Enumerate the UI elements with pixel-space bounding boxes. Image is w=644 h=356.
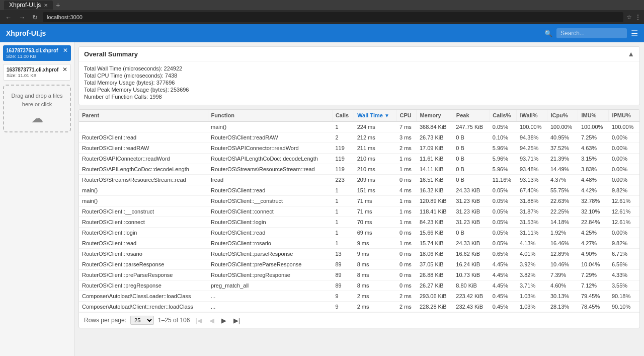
table-row: RouterOS\APILengthCoDoc::decodeLengthRou… (79, 164, 639, 175)
back-button[interactable]: ← (3, 13, 14, 22)
next-page-button[interactable]: ▶ (220, 316, 228, 325)
cell-12-2: 13 (332, 249, 354, 259)
cell-14-5: 26.88 KiB (417, 270, 453, 280)
file-item-active[interactable]: 1637873763.cli.xhprof Size: 11.00 KB ✕ (3, 45, 71, 61)
cell-17-5: 228.28 KiB (417, 302, 453, 312)
col-peak[interactable]: Peak (453, 110, 489, 121)
cell-4-0: RouterOS\APILengthCoDoc::decodeLength (79, 164, 208, 175)
prev-page-button[interactable]: ◀ (208, 316, 216, 325)
cell-9-2: 1 (332, 217, 354, 228)
data-table: Parent Function Calls Wall Time ▼ CPU Me… (79, 110, 639, 312)
cell-12-3: 9 ms (354, 249, 396, 259)
cell-6-6: 24.33 KiB (453, 185, 489, 196)
cell-13-2: 89 (332, 259, 354, 270)
cell-10-10: 4.25% (578, 228, 609, 238)
table-row: main()RouterOS\Client::__construct171 ms… (79, 196, 639, 206)
cell-5-7: 11.16% (490, 175, 517, 185)
cell-7-4: 1 ms (396, 196, 417, 206)
file-size-2: Size: 11.01 KB (7, 73, 58, 78)
cell-16-4: 2 ms (396, 291, 417, 302)
menu-icon[interactable]: ⋮ (635, 14, 641, 21)
search-input[interactable] (556, 28, 627, 38)
cell-12-7: 0.65% (490, 249, 517, 259)
cell-1-8: 94.38% (517, 132, 547, 143)
cell-10-3: 69 ms (354, 228, 396, 238)
col-ipmu[interactable]: IPMU% (609, 110, 639, 121)
table-row: main()1224 ms7 ms368.84 KiB247.75 KiB0.0… (79, 121, 639, 132)
drop-zone[interactable]: Drag and drop a files here or click ☁ (3, 85, 71, 132)
col-memory[interactable]: Memory (417, 110, 453, 121)
cell-12-4: 0 ms (396, 249, 417, 259)
col-walltime[interactable]: Wall Time ▼ (354, 110, 396, 121)
last-page-button[interactable]: ▶| (232, 316, 242, 325)
cell-9-9: 14.18% (547, 217, 578, 228)
cell-10-2: 1 (332, 228, 354, 238)
cell-2-0: RouterOS\Client::readRAW (79, 143, 208, 154)
cell-5-3: 209 ms (354, 175, 396, 185)
cell-11-1: RouterOS\Client::rosario (208, 238, 332, 249)
cell-16-6: 223.42 KiB (453, 291, 489, 302)
cell-11-4: 1 ms (396, 238, 417, 249)
cell-11-0: RouterOS\Client::read (79, 238, 208, 249)
table-row: main()RouterOS\Client::read1151 ms4 ms16… (79, 185, 639, 196)
rows-per-page-select[interactable]: 25 10 50 100 (130, 316, 154, 325)
cell-16-2: 9 (332, 291, 354, 302)
rows-per-page-label: Rows per page: (84, 317, 126, 324)
tab-close-icon[interactable]: ✕ (44, 3, 48, 8)
col-icpu[interactable]: ICpu% (547, 110, 578, 121)
cell-6-2: 1 (332, 185, 354, 196)
cell-5-9: 4.37% (547, 175, 578, 185)
col-calls-pct[interactable]: Calls% (490, 110, 517, 121)
col-cpu[interactable]: CPU (396, 110, 417, 121)
cell-12-6: 16.62 KiB (453, 249, 489, 259)
cell-17-6: 232.43 KiB (453, 302, 489, 312)
hamburger-menu-icon[interactable]: ☰ (631, 29, 638, 38)
file-close-icon-1[interactable]: ✕ (63, 47, 68, 53)
cell-7-10: 32.78% (578, 196, 609, 206)
col-calls[interactable]: Calls (332, 110, 354, 121)
cell-7-11: 12.61% (609, 196, 639, 206)
cell-8-11: 12.61% (609, 206, 639, 217)
cell-15-10: 7.12% (578, 280, 609, 291)
cell-3-3: 210 ms (354, 154, 396, 164)
file-close-icon-2[interactable]: ✕ (62, 66, 67, 73)
cell-11-6: 24.33 KiB (453, 238, 489, 249)
cell-9-10: 22.84% (578, 217, 609, 228)
browser-tab-active[interactable]: Xhprof-UI.js ✕ (4, 1, 53, 10)
cell-13-6: 16.24 KiB (453, 259, 489, 270)
app-title: Xhprof-UI.js (6, 29, 46, 37)
cell-3-10: 3.15% (578, 154, 609, 164)
cell-2-7: 5.96% (490, 143, 517, 154)
cell-9-11: 12.61% (609, 217, 639, 228)
summary-row-4: Total Peak Memory Usage (bytes): 253696 (84, 87, 634, 93)
new-tab-button[interactable]: + (56, 1, 60, 9)
forward-button[interactable]: → (17, 13, 27, 22)
collapse-button[interactable]: ▲ (627, 50, 634, 58)
cell-0-4: 7 ms (396, 121, 417, 132)
url-input[interactable] (43, 12, 623, 22)
col-imu[interactable]: IMU% (578, 110, 609, 121)
cell-13-0: RouterOS\Client::parseResponse (79, 259, 208, 270)
cell-3-9: 21.39% (547, 154, 578, 164)
cell-16-10: 79.45% (578, 291, 609, 302)
col-function[interactable]: Function (208, 110, 332, 121)
cell-10-5: 15.66 KiB (417, 228, 453, 238)
cell-6-0: main() (79, 185, 208, 196)
star-icon[interactable]: ☆ (626, 14, 632, 21)
cell-5-6: 0 B (453, 175, 489, 185)
table-row: RouterOS\APIConnector::readWordRouterOS\… (79, 154, 639, 164)
first-page-button[interactable]: |◀ (194, 316, 203, 325)
col-iwall[interactable]: IWall% (517, 110, 547, 121)
cell-16-7: 0.45% (490, 291, 517, 302)
cell-11-2: 1 (332, 238, 354, 249)
table-row: RouterOS\Client::readRAWRouterOS\APIConn… (79, 143, 639, 154)
cell-14-11: 4.33% (609, 270, 639, 280)
cell-2-3: 211 ms (354, 143, 396, 154)
cell-9-1: RouterOS\Client::login (208, 217, 332, 228)
cell-15-0: RouterOS\Client::pregResponse (79, 280, 208, 291)
cell-13-4: 0 ms (396, 259, 417, 270)
col-parent[interactable]: Parent (79, 110, 208, 121)
reload-button[interactable]: ↻ (30, 13, 40, 22)
cell-5-5: 16.51 KiB (417, 175, 453, 185)
file-item-inactive[interactable]: 1637873771.cli.xhprof Size: 11.01 KB ✕ (3, 64, 71, 81)
